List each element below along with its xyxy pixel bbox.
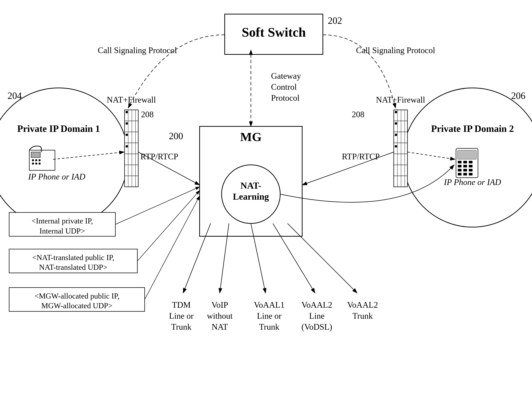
- mgw-allocated-label-2: MGW-allocated UDP>: [41, 302, 113, 310]
- voaal2-line-label-3: (VoDSL): [301, 322, 332, 332]
- nat-left-number: 208: [141, 110, 154, 119]
- voaal1-label-3: Trunk: [259, 322, 279, 332]
- svg-rect-1: [32, 159, 34, 161]
- svg-rect-14: [458, 169, 462, 171]
- gateway-control-label-2: Control: [271, 82, 297, 92]
- tdm-label-1: TDM: [172, 300, 191, 310]
- nat-firewall-right-device: [394, 110, 407, 187]
- voip-label-2: without: [207, 311, 233, 321]
- svg-rect-18: [463, 173, 467, 176]
- svg-rect-17: [458, 173, 462, 176]
- svg-rect-43: [395, 122, 397, 125]
- svg-rect-6: [39, 163, 40, 164]
- soft-switch-number: 202: [328, 15, 342, 26]
- internal-ip-line: [115, 187, 200, 224]
- voaal2-line-label-2: Line: [309, 311, 324, 321]
- svg-rect-19: [469, 173, 473, 176]
- svg-rect-2: [35, 159, 37, 161]
- voaal2-trunk-line: [287, 223, 357, 293]
- voaal2-trunk-label-1: VoAAL2: [347, 300, 378, 310]
- voip-label-1: VoIP: [211, 300, 228, 310]
- svg-rect-45: [395, 145, 397, 147]
- private-domain2-label-1: Private IP Domain 2: [431, 123, 514, 134]
- nat-translated-label-1: <NAT-translated public IP,: [32, 253, 114, 262]
- domain2-number: 206: [511, 90, 526, 101]
- mg-label: MG: [240, 130, 261, 144]
- mgw-allocated-line: [145, 196, 200, 299]
- gateway-control-label-3: Protocol: [271, 93, 300, 103]
- tdm-label-3: Trunk: [171, 322, 191, 332]
- svg-rect-31: [126, 134, 128, 136]
- svg-rect-15: [463, 169, 467, 171]
- nat-translated-label-2: NAT-translated UDP>: [39, 263, 107, 272]
- voaal2-trunk-label-2: Trunk: [353, 311, 373, 321]
- call-signaling-right-label: Call Signaling Protocol: [356, 46, 435, 55]
- svg-rect-11: [458, 165, 462, 167]
- nat-learning-label-2: Learning: [233, 191, 269, 202]
- svg-rect-8: [458, 161, 462, 163]
- mg-number: 200: [169, 131, 183, 141]
- internal-ip-label-1: <Internal private IP,: [32, 217, 93, 225]
- voaal1-label-2: Line or: [257, 311, 281, 321]
- voip-label-3: NAT: [211, 322, 228, 332]
- svg-rect-10: [469, 161, 473, 163]
- rtp-rtcp-right-label: RTP/RTCP: [342, 152, 380, 161]
- domain1-number: 204: [7, 90, 22, 101]
- tdm-label-2: Line or: [169, 311, 194, 321]
- svg-rect-16: [469, 169, 473, 171]
- svg-rect-5: [35, 163, 37, 164]
- diagram-container: Soft Switch 202 MG 200 NAT- Learning Pri…: [0, 0, 532, 398]
- svg-rect-29: [126, 111, 128, 113]
- voaal2-line-label-1: VoAAL2: [301, 300, 332, 310]
- tdm-line: [183, 223, 211, 293]
- call-signaling-left-label: Call Signaling Protocol: [98, 46, 177, 55]
- voaal1-label-1: VoAAL1: [254, 300, 285, 310]
- svg-rect-4: [32, 163, 34, 164]
- rtp-rtcp-left-label: RTP/RTCP: [140, 152, 178, 161]
- internal-ip-label-2: Internal UDP>: [39, 227, 85, 235]
- nat-firewall-right-label: NAT+Firewall: [376, 95, 425, 104]
- ip-phone-left-label: IP Phone or IAD: [28, 172, 85, 181]
- svg-rect-30: [126, 122, 128, 125]
- svg-rect-3: [39, 159, 40, 161]
- svg-rect-12: [463, 165, 467, 167]
- svg-rect-42: [395, 111, 397, 113]
- svg-rect-9: [463, 161, 467, 163]
- ip-phone-right-label: IP Phone or IAD: [444, 177, 501, 187]
- nat-firewall-left-device: [125, 110, 138, 187]
- nat-firewall-left-label: NAT+Firewall: [107, 95, 156, 104]
- nat-learning-label-1: NAT-: [241, 180, 261, 191]
- svg-rect-32: [126, 145, 128, 147]
- soft-switch-label: Soft Switch: [242, 25, 306, 40]
- private-domain1-circle: [0, 88, 128, 227]
- svg-rect-0: [31, 152, 40, 158]
- svg-rect-44: [395, 134, 397, 136]
- svg-rect-7: [457, 150, 476, 159]
- svg-rect-13: [469, 165, 473, 167]
- mgw-allocated-label-1: <MGW-allocated public IP,: [34, 292, 119, 300]
- nat-translated-line: [137, 190, 200, 261]
- nat-right-number: 208: [352, 110, 364, 119]
- private-domain1-label-1: Private IP Domain 1: [17, 123, 100, 134]
- gateway-control-label-1: Gateway: [271, 71, 301, 81]
